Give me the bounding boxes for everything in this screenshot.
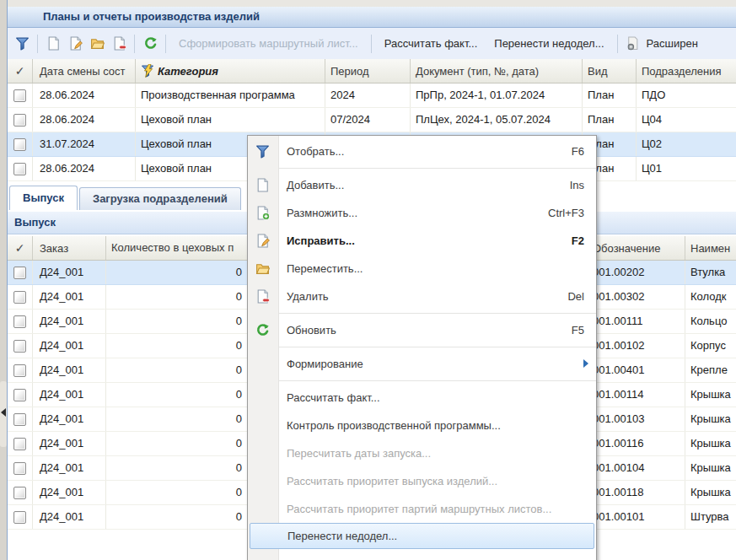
row-checkbox[interactable] — [13, 438, 26, 450]
cell-order: Д24_001 — [33, 481, 106, 504]
add-button[interactable] — [42, 33, 64, 55]
column-header-category[interactable]: Категория — [136, 59, 325, 83]
vertical-splitter[interactable] — [0, 0, 8, 560]
cell-name: Крышка — [685, 383, 736, 407]
refresh-button[interactable] — [139, 33, 161, 55]
form-route-sheet-button[interactable]: Сформировать маршрутный лист... — [170, 33, 367, 55]
column-header-order[interactable]: Заказ — [33, 236, 106, 260]
tab-load-departments[interactable]: Загрузка подразделений — [79, 187, 241, 210]
cell-code: 001.00102 — [586, 334, 685, 358]
shortcut: Del — [567, 283, 584, 310]
filter-lightning-icon — [141, 64, 154, 78]
toolbar-separator — [371, 35, 372, 53]
column-header-qty[interactable]: Количество в цеховых п — [106, 236, 250, 260]
menu-item-calc-fact[interactable]: Рассчитать факт... — [248, 384, 596, 412]
context-menu: Отобрать... F6 Добавить... Ins Размножит… — [247, 135, 597, 560]
cell-department: Ц02 — [637, 132, 736, 156]
cell-department: Ц01 — [637, 157, 736, 180]
table-row[interactable]: 28.06.2024 Производственная программа 20… — [8, 83, 736, 108]
column-header-date[interactable]: Дата смены сост — [33, 59, 136, 83]
column-header-code[interactable]: Обозначение — [586, 236, 685, 260]
row-checkbox[interactable] — [13, 89, 26, 102]
edit-button[interactable] — [64, 33, 86, 55]
row-checkbox[interactable] — [13, 163, 26, 175]
cell-kind: План — [583, 108, 637, 132]
row-checkbox[interactable] — [13, 511, 26, 524]
menu-item-delete[interactable]: Удалить Del — [248, 283, 596, 310]
cell-name: Колодк — [685, 285, 736, 309]
column-header-period[interactable]: Период — [325, 59, 411, 83]
table-row[interactable]: 28.06.2024 Цеховой план 07/2024 ПлЦех, 2… — [8, 108, 736, 132]
menu-item-add[interactable]: Добавить... Ins — [248, 171, 596, 199]
menu-item-duplicate[interactable]: Размножить... Ctrl+F3 — [248, 199, 596, 227]
cell-qty: 0 — [106, 407, 250, 431]
cell-order: Д24_001 — [33, 261, 106, 284]
row-checkbox[interactable] — [13, 138, 26, 151]
cell-order: Д24_001 — [33, 432, 106, 455]
menu-item-move[interactable]: Переместить... — [248, 255, 596, 283]
menu-item-refresh[interactable]: Обновить F5 — [248, 316, 596, 344]
plans-table-header: ✓ Дата смены сост Категория Период Докум… — [8, 59, 736, 83]
menu-item-formation[interactable]: Формирование — [248, 350, 596, 378]
move-button[interactable] — [86, 33, 108, 55]
cell-order: Д24_001 — [33, 456, 106, 480]
column-header-name[interactable]: Наимен — [685, 236, 736, 260]
cell-code: 001.00111 — [586, 310, 685, 333]
row-checkbox[interactable] — [13, 267, 26, 279]
cell-name: Крышка — [685, 432, 736, 455]
move-folder-icon — [90, 36, 105, 51]
window-title: Планы и отчеты производства изделий — [8, 7, 736, 28]
menu-item-select[interactable]: Отобрать... F6 — [248, 137, 596, 165]
cell-category: Производственная программа — [136, 83, 325, 107]
collapse-panel-icon[interactable] — [1, 408, 6, 417]
cell-qty: 0 — [106, 310, 250, 333]
filter-icon — [15, 36, 30, 51]
row-checkbox[interactable] — [13, 114, 26, 127]
select-all-column-header[interactable]: ✓ — [8, 59, 33, 83]
delete-document-icon — [255, 289, 270, 304]
refresh-icon — [255, 323, 270, 337]
extended-button-icon-part[interactable] — [622, 33, 644, 55]
menu-item-carry-shortfall[interactable]: Перенести недодел... — [250, 523, 594, 549]
cell-name: Крышка — [685, 407, 736, 431]
row-checkbox[interactable] — [13, 364, 26, 377]
checkmark-icon: ✓ — [15, 237, 25, 260]
carry-shortfall-button[interactable]: Перенести недодел... — [486, 33, 612, 55]
cell-name: Крышка — [685, 481, 736, 504]
shortcut: Ctrl+F3 — [548, 199, 584, 227]
filter-button[interactable] — [11, 33, 33, 55]
column-header-department[interactable]: Подразделения — [637, 59, 736, 83]
cell-date: 28.06.2024 — [33, 83, 136, 107]
row-checkbox[interactable] — [13, 315, 26, 328]
shortcut: F6 — [572, 137, 584, 165]
row-checkbox[interactable] — [13, 389, 26, 401]
filter-icon — [255, 144, 270, 159]
menu-item-edit[interactable]: Исправить... F2 — [248, 227, 596, 255]
cell-qty: 0 — [106, 481, 250, 504]
toolbar-separator — [617, 35, 618, 53]
cell-category: Цеховой план — [136, 108, 325, 132]
toolbar: Сформировать маршрутный лист... Рассчита… — [8, 28, 736, 60]
menu-item-control-program[interactable]: Контроль производственной программы... — [248, 412, 596, 439]
cell-kind: План — [583, 83, 637, 107]
row-checkbox[interactable] — [13, 462, 26, 475]
row-checkbox[interactable] — [13, 340, 26, 353]
edit-document-icon — [255, 234, 270, 248]
cell-department: Ц04 — [637, 108, 736, 132]
cell-period: 2024 — [325, 83, 411, 107]
menu-separator — [248, 380, 596, 381]
column-header-kind[interactable]: Вид — [583, 59, 637, 83]
row-checkbox[interactable] — [13, 487, 26, 499]
tab-output[interactable]: Выпуск — [9, 186, 78, 210]
row-checkbox[interactable] — [13, 413, 26, 426]
cell-qty: 0 — [106, 261, 250, 284]
toolbar-separator — [37, 35, 38, 53]
column-header-document[interactable]: Документ (тип, №, дата) — [411, 59, 583, 83]
delete-button[interactable] — [108, 33, 130, 55]
select-all-column-header[interactable]: ✓ — [8, 236, 33, 260]
extended-button[interactable]: Расширен — [644, 33, 706, 55]
calc-fact-button[interactable]: Рассчитать факт... — [376, 33, 486, 55]
cell-period: 07/2024 — [325, 108, 411, 132]
row-checkbox[interactable] — [13, 291, 26, 304]
menu-separator — [248, 168, 596, 169]
